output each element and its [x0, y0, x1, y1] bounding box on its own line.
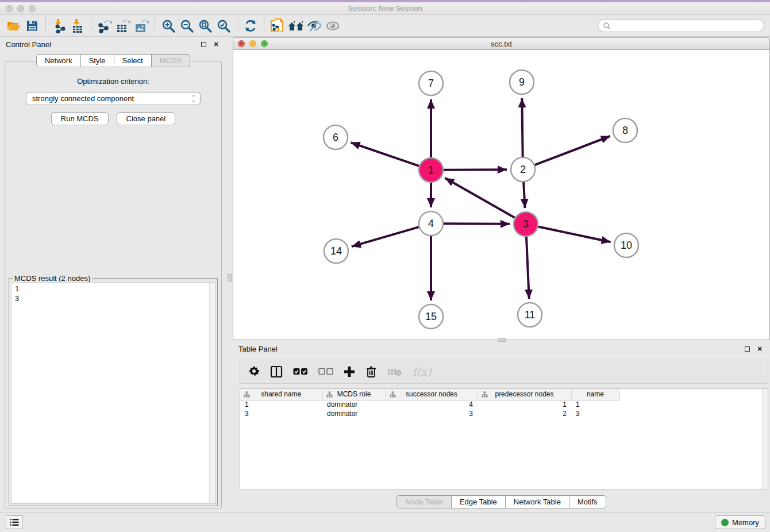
gear-icon [248, 366, 260, 377]
network-canvas[interactable]: 7968124314101511 [233, 50, 770, 340]
graph-edge-3-10[interactable] [538, 227, 611, 242]
export-image-button[interactable] [132, 17, 151, 34]
tab-mcds[interactable]: MCDS [152, 54, 190, 67]
cell-mcds-role[interactable]: dominator [322, 409, 386, 418]
tab-edge-table[interactable]: Edge Table [452, 495, 506, 508]
criterion-select[interactable]: strongly connected component ⌃⌄ [26, 92, 201, 105]
toolbar-separator [91, 17, 91, 34]
graph-edge-3-1[interactable] [445, 178, 515, 218]
graph-node-label-3: 3 [523, 218, 529, 230]
node-table: shared name MCDS role successor nodes pr… [240, 389, 620, 418]
zoom-fit-button[interactable] [196, 17, 214, 34]
task-history-button[interactable] [6, 515, 23, 529]
cell-successor-nodes[interactable]: 4 [386, 400, 478, 409]
home-button[interactable] [287, 17, 305, 34]
deselect-all-columns-button[interactable] [318, 364, 333, 379]
export-image-icon [134, 18, 149, 33]
result-scrollbar[interactable] [209, 283, 215, 503]
control-panel-header: Control Panel ✕ [0, 37, 226, 52]
tab-node-table[interactable]: Node Table [396, 495, 452, 508]
export-table-button[interactable] [114, 17, 132, 34]
column-header-name[interactable]: name [571, 389, 619, 400]
import-table-button[interactable] [68, 17, 87, 34]
app-title: Session: New Session [0, 4, 770, 13]
search-input[interactable] [611, 21, 764, 31]
trash-icon [365, 365, 377, 378]
graph-edge-1-2[interactable] [444, 169, 507, 170]
toolbar-separator [237, 17, 237, 34]
cell-name[interactable]: 3 [571, 409, 619, 418]
graph-edge-3-11[interactable] [526, 237, 529, 299]
column-header-successor-nodes[interactable]: successor nodes [386, 389, 478, 400]
column-header-mcds-role[interactable]: MCDS role [322, 389, 386, 400]
zoom-selected-button[interactable] [214, 17, 233, 34]
tab-network[interactable]: Network [36, 54, 81, 67]
vertical-splitter-handle[interactable] [228, 274, 232, 282]
select-all-columns-button[interactable] [293, 364, 308, 379]
cell-mcds-role[interactable]: dominator [322, 400, 386, 409]
function-builder-button[interactable]: f(x) [413, 364, 432, 379]
delete-table-button[interactable] [387, 364, 402, 379]
cell-successor-nodes[interactable]: 3 [386, 409, 478, 418]
table-scrollbar[interactable] [762, 389, 768, 489]
zoom-selected-icon [216, 18, 231, 33]
cell-shared-name[interactable]: 3 [240, 409, 322, 418]
graph-node-label-7: 7 [428, 78, 434, 89]
cell-shared-name[interactable]: 1 [240, 400, 322, 409]
graph-edge-4-14[interactable] [352, 227, 419, 246]
save-session-button[interactable] [23, 17, 41, 34]
table-row[interactable]: 1 dominator 4 1 1 [240, 400, 619, 409]
float-panel-icon[interactable] [199, 40, 208, 49]
table-row[interactable]: 3 dominator 3 2 3 [240, 409, 619, 418]
tab-style[interactable]: Style [81, 54, 114, 67]
export-table-icon [116, 18, 130, 33]
zoom-out-icon [179, 18, 194, 33]
plus-icon [344, 366, 355, 377]
column-header-shared-name[interactable]: shared name [240, 389, 322, 400]
column-label: predecessor nodes [495, 390, 553, 398]
graph-edge-2-8[interactable] [535, 136, 610, 165]
delete-table-icon [387, 367, 402, 376]
graph-edge-1-6[interactable] [351, 142, 419, 166]
memory-button[interactable]: Memory [715, 515, 765, 529]
graph-edge-2-3[interactable] [523, 182, 525, 208]
tab-network-table[interactable]: Network Table [506, 495, 569, 508]
zoom-out-button[interactable] [178, 17, 196, 34]
column-header-predecessor-nodes[interactable]: predecessor nodes [478, 389, 571, 400]
fx-icon: f(x) [413, 365, 432, 378]
toolbar-separator [45, 17, 46, 34]
columns-icon [270, 365, 283, 378]
graph-edge-2-9[interactable] [522, 98, 522, 157]
column-settings-button[interactable] [248, 364, 260, 379]
column-label: name [587, 390, 604, 398]
tab-select[interactable]: Select [114, 54, 152, 67]
float-table-panel-icon[interactable] [742, 344, 752, 353]
close-panel-icon[interactable]: ✕ [211, 40, 221, 49]
network-overview-button[interactable] [268, 17, 287, 34]
zoom-in-button[interactable] [159, 17, 178, 34]
create-column-button[interactable] [344, 364, 355, 379]
import-network-button[interactable] [50, 17, 68, 34]
network-view-window: ✕ − + scc.txt 7968124314101511 [233, 37, 770, 340]
show-column-layout-button[interactable] [270, 364, 283, 379]
cell-name[interactable]: 1 [571, 400, 619, 409]
close-table-panel-icon[interactable]: ✕ [755, 344, 764, 353]
export-network-button[interactable] [95, 17, 114, 34]
open-session-button[interactable] [5, 17, 23, 34]
cell-predecessor-nodes[interactable]: 1 [478, 400, 571, 409]
run-mcds-button[interactable]: Run MCDS [51, 112, 109, 125]
cell-predecessor-nodes[interactable]: 2 [478, 409, 571, 418]
apply-layout-button[interactable] [241, 17, 260, 34]
network-graph[interactable]: 7968124314101511 [233, 50, 769, 339]
horizontal-splitter-handle[interactable] [498, 338, 506, 342]
mcds-result-list[interactable]: 1 3 [11, 282, 215, 504]
show-panels-button[interactable] [324, 17, 342, 34]
close-panel-button[interactable]: Close panel [117, 112, 176, 125]
node-table-container: shared name MCDS role successor nodes pr… [240, 388, 768, 489]
tab-motifs[interactable]: Motifs [569, 495, 606, 508]
graph-edge-4-3[interactable] [444, 223, 510, 224]
mcds-result-item: 3 [15, 294, 215, 303]
delete-column-button[interactable] [365, 364, 377, 379]
refresh-icon [243, 18, 258, 33]
hide-panels-button[interactable] [305, 17, 324, 34]
